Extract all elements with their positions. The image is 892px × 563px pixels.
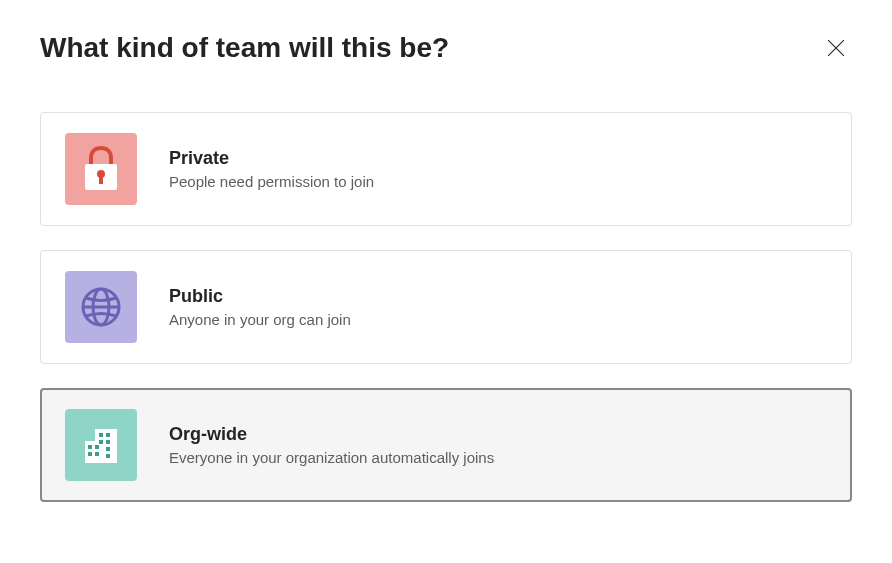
team-type-options: Private People need permission to join P… bbox=[40, 112, 852, 502]
orgwide-icon-box bbox=[65, 409, 137, 481]
option-orgwide-text: Org-wide Everyone in your organization a… bbox=[169, 424, 494, 466]
option-public[interactable]: Public Anyone in your org can join bbox=[40, 250, 852, 364]
dialog-header: What kind of team will this be? bbox=[40, 32, 852, 64]
option-public-title: Public bbox=[169, 286, 351, 307]
option-private-title: Private bbox=[169, 148, 374, 169]
public-icon-box bbox=[65, 271, 137, 343]
svg-rect-19 bbox=[95, 452, 99, 456]
close-icon bbox=[827, 39, 845, 57]
svg-rect-11 bbox=[106, 433, 110, 437]
option-orgwide-title: Org-wide bbox=[169, 424, 494, 445]
option-public-description: Anyone in your org can join bbox=[169, 311, 351, 328]
globe-icon bbox=[79, 285, 123, 329]
option-private-text: Private People need permission to join bbox=[169, 148, 374, 190]
svg-rect-4 bbox=[99, 176, 103, 184]
option-private[interactable]: Private People need permission to join bbox=[40, 112, 852, 226]
svg-rect-18 bbox=[88, 452, 92, 456]
svg-rect-12 bbox=[99, 440, 103, 444]
option-public-text: Public Anyone in your org can join bbox=[169, 286, 351, 328]
option-orgwide[interactable]: Org-wide Everyone in your organization a… bbox=[40, 388, 852, 502]
svg-rect-15 bbox=[106, 454, 110, 458]
svg-rect-10 bbox=[99, 433, 103, 437]
option-private-description: People need permission to join bbox=[169, 173, 374, 190]
option-orgwide-description: Everyone in your organization automatica… bbox=[169, 449, 494, 466]
svg-rect-14 bbox=[106, 447, 110, 451]
close-button[interactable] bbox=[820, 32, 852, 64]
dialog-title: What kind of team will this be? bbox=[40, 32, 449, 64]
building-icon bbox=[79, 423, 123, 467]
svg-rect-9 bbox=[85, 441, 103, 463]
svg-rect-13 bbox=[106, 440, 110, 444]
private-icon-box bbox=[65, 133, 137, 205]
svg-rect-17 bbox=[95, 445, 99, 449]
lock-icon bbox=[81, 146, 121, 192]
svg-rect-16 bbox=[88, 445, 92, 449]
